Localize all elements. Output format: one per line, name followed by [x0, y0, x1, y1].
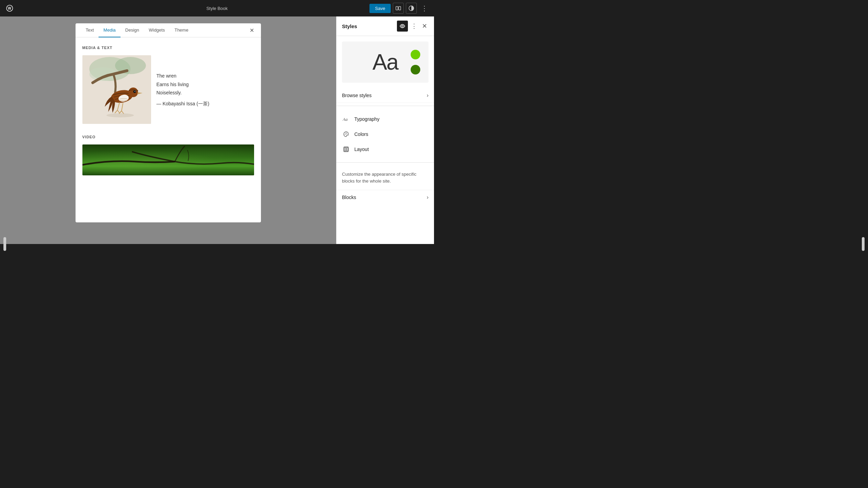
- poem-line-2: Earns his living: [157, 81, 209, 88]
- typography-option-row[interactable]: Aa Typography: [336, 112, 434, 127]
- svg-text:Aa: Aa: [343, 117, 348, 122]
- main-layout: Text Media Design Widgets Theme ✕: [0, 16, 434, 244]
- page-title: Style Book: [206, 6, 228, 11]
- browse-styles-label: Browse styles: [342, 93, 427, 98]
- browse-styles-row[interactable]: Browse styles ›: [336, 88, 434, 103]
- video-section: VIDEO: [82, 135, 254, 175]
- svg-text:W: W: [8, 7, 11, 10]
- video-thumbnail: [82, 144, 254, 175]
- media-text-block: The wren Earns his living Noiselessly. —…: [82, 55, 254, 124]
- blocks-chevron-icon: ›: [427, 194, 429, 200]
- aa-preview-text: Aa: [373, 49, 398, 75]
- tab-bar: Text Media Design Widgets Theme ✕: [76, 23, 261, 37]
- color-dot-1: [411, 50, 420, 59]
- style-preview-card: Aa: [342, 42, 429, 83]
- svg-point-19: [347, 134, 347, 135]
- layout-label: Layout: [354, 147, 369, 152]
- svg-rect-2: [396, 7, 398, 10]
- svg-point-18: [346, 133, 346, 133]
- color-dot-2: [411, 65, 420, 74]
- svg-point-17: [345, 134, 345, 135]
- tab-text[interactable]: Text: [81, 23, 99, 37]
- tab-media[interactable]: Media: [99, 23, 120, 37]
- sidebar-close-button[interactable]: ✕: [420, 22, 429, 30]
- svg-point-14: [106, 113, 134, 117]
- svg-rect-22: [346, 148, 348, 151]
- poem-author: — Kobayashi Issa (一茶): [157, 101, 209, 107]
- svg-rect-21: [344, 148, 346, 151]
- svg-point-12: [133, 90, 136, 93]
- colors-option-row[interactable]: Colors: [336, 127, 434, 142]
- style-book-content: MEDIA & TEXT: [76, 37, 261, 184]
- typography-icon: Aa: [342, 115, 350, 123]
- colors-icon: [342, 130, 350, 138]
- poem-line-1: The wren: [157, 72, 209, 80]
- wp-logo: W: [4, 3, 15, 14]
- layout-option-row[interactable]: Layout: [336, 142, 434, 157]
- sidebar-more-button[interactable]: ⋮: [410, 22, 418, 30]
- top-bar: W Style Book Save ⋮: [0, 0, 434, 16]
- svg-point-11: [128, 88, 138, 97]
- style-book-panel: Text Media Design Widgets Theme ✕: [76, 23, 261, 222]
- svg-point-15: [402, 25, 403, 27]
- bird-image: [82, 55, 151, 124]
- poem-line-3: Noiselessly.: [157, 89, 209, 96]
- right-sidebar: Styles ⋮ ✕ Aa Browse styles ›: [336, 16, 434, 244]
- divider-1: [336, 106, 434, 106]
- browse-styles-chevron-icon: ›: [427, 92, 429, 98]
- layout-toggle-button[interactable]: [393, 3, 404, 14]
- divider-2: [336, 162, 434, 163]
- typography-label: Typography: [354, 116, 379, 122]
- svg-point-13: [135, 91, 135, 92]
- customize-text-area: Customize the appearance of specific blo…: [336, 165, 434, 190]
- sidebar-header-actions: ⋮ ✕: [397, 21, 429, 32]
- eye-button[interactable]: [397, 21, 408, 32]
- video-section-label: VIDEO: [82, 135, 254, 139]
- scroll-handle-left[interactable]: [3, 237, 6, 244]
- more-options-button[interactable]: ⋮: [419, 3, 430, 14]
- close-button[interactable]: ✕: [248, 26, 255, 35]
- blocks-row[interactable]: Blocks ›: [336, 190, 434, 205]
- sidebar-title: Styles: [342, 23, 397, 29]
- customize-text: Customize the appearance of specific blo…: [342, 172, 416, 184]
- contrast-toggle-button[interactable]: [406, 3, 417, 14]
- tab-theme[interactable]: Theme: [170, 23, 193, 37]
- style-options: Aa Typography Colors: [336, 109, 434, 160]
- blocks-label: Blocks: [342, 195, 427, 200]
- content-area: Text Media Design Widgets Theme ✕: [0, 16, 336, 244]
- poem-text: The wren Earns his living Noiselessly. —…: [157, 55, 209, 124]
- svg-rect-3: [399, 7, 401, 10]
- save-button[interactable]: Save: [369, 4, 391, 13]
- sidebar-header: Styles ⋮ ✕: [336, 16, 434, 36]
- tab-design[interactable]: Design: [121, 23, 144, 37]
- layout-icon: [342, 145, 350, 153]
- colors-label: Colors: [354, 131, 368, 137]
- media-text-section-label: MEDIA & TEXT: [82, 46, 254, 50]
- top-bar-actions: Save ⋮: [369, 3, 430, 14]
- tab-widgets[interactable]: Widgets: [144, 23, 170, 37]
